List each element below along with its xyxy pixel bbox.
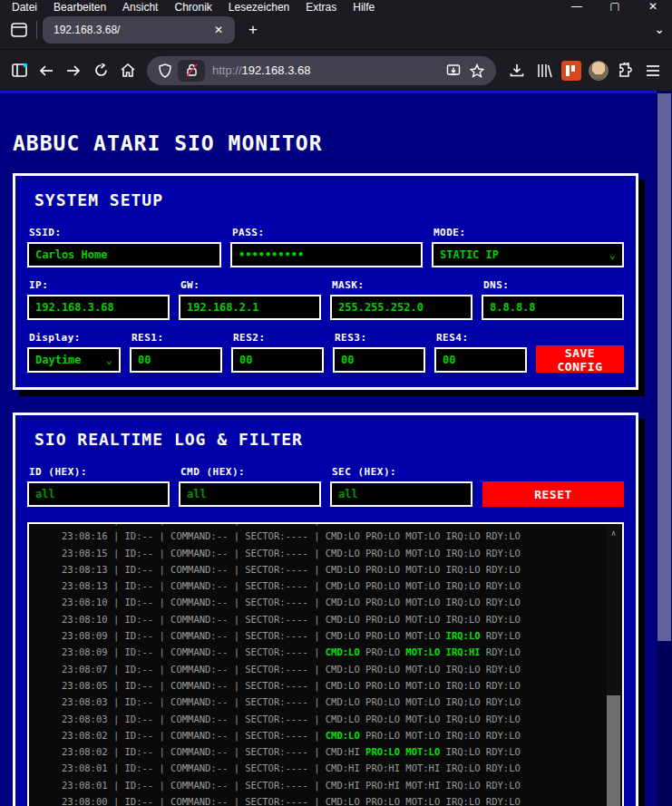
log-scrollbar-thumb[interactable]	[607, 695, 620, 806]
mask-input[interactable]	[330, 295, 472, 320]
chevron-down-icon: ⌄	[609, 248, 616, 261]
reload-icon[interactable]	[87, 57, 114, 84]
log-row: 23:08:01 | ID:-- | COMMAND:-- | SECTOR:-…	[62, 760, 622, 776]
filter-sec-label: SEC (HEX):	[332, 466, 472, 478]
forward-icon[interactable]	[60, 57, 87, 84]
log-row: 23:08:10 | ID:-- | COMMAND:-- | SECTOR:-…	[62, 611, 622, 627]
scroll-up-arrow-icon[interactable]: ∧	[607, 526, 620, 540]
tab-separator	[36, 21, 37, 39]
menu-bar: DateiBearbeitenAnsichtChronikLesezeichen…	[0, 0, 672, 11]
filter-cmd-input[interactable]	[179, 481, 321, 507]
profile-avatar[interactable]	[585, 57, 612, 84]
ssid-input[interactable]	[27, 242, 221, 267]
res4-input[interactable]	[434, 347, 527, 373]
log-row: 23:08:03 | ID:-- | COMMAND:-- | SECTOR:-…	[62, 694, 622, 710]
dns-input[interactable]	[482, 295, 624, 320]
mode-select-value: STATIC IP	[440, 248, 499, 261]
menu-item-lesezeichen[interactable]: Lesezeichen	[220, 1, 297, 11]
menu-hamburger-icon[interactable]	[639, 57, 667, 84]
log-row: 23:08:01 | ID:-- | COMMAND:-- | SECTOR:-…	[62, 777, 622, 793]
pass-input[interactable]	[230, 242, 423, 267]
log-row: 23:08:09 | ID:-- | COMMAND:-- | SECTOR:-…	[62, 644, 622, 660]
menu-item-bearbeiten[interactable]: Bearbeiten	[45, 1, 114, 11]
display-label: Display:	[29, 332, 121, 344]
maximize-button[interactable]: ▢	[596, 0, 634, 11]
tab-bar: 192.168.3.68/ ✕ + ⌄	[0, 11, 672, 50]
tab-active[interactable]: 192.168.3.68/ ✕	[43, 16, 235, 44]
reset-button[interactable]: RESET	[482, 481, 624, 507]
sidebar-icon[interactable]	[5, 57, 33, 84]
minimize-button[interactable]: —	[558, 0, 596, 11]
save-page-icon[interactable]	[442, 57, 465, 84]
page-title: ABBUC ATARI SIO MONITOR	[13, 131, 657, 155]
res2-input[interactable]	[231, 347, 324, 373]
browser-page-scrollbar[interactable]	[657, 91, 672, 806]
mask-label: MASK:	[332, 279, 472, 291]
filter-cmd-label: CMD (HEX):	[180, 466, 321, 478]
downloads-icon[interactable]	[503, 57, 531, 84]
back-icon[interactable]	[33, 57, 60, 84]
log-row: 23:08:00 | ID:-- | COMMAND:-- | SECTOR:-…	[62, 793, 622, 806]
log-row: 23:08:03 | ID:-- | COMMAND:-- | SECTOR:-…	[62, 711, 622, 727]
tab-close-icon[interactable]: ✕	[209, 21, 228, 39]
menu-item-extras[interactable]: Extras	[297, 1, 345, 11]
log-row: 23:08:02 | ID:-- | COMMAND:-- | SECTOR:-…	[62, 727, 622, 743]
extension-orange-icon[interactable]	[558, 57, 585, 84]
home-icon[interactable]	[114, 57, 141, 84]
sio-log-heading: SIO REALTIME LOG & FILTER	[34, 430, 624, 450]
res4-label: RES4:	[436, 332, 527, 344]
system-setup-heading: SYSTEM SETUP	[34, 190, 624, 210]
gw-label: GW:	[180, 279, 321, 291]
log-row: 23:08:07 | ID:-- | COMMAND:-- | SECTOR:-…	[62, 661, 622, 677]
url-bar[interactable]: http://192.168.3.68	[147, 56, 496, 85]
sio-log-viewer[interactable]: 23:08:16 | ID:-- | COMMAND:-- | SECTOR:-…	[27, 522, 624, 806]
site-permissions-chip[interactable]	[178, 60, 205, 82]
firefox-view-icon[interactable]	[5, 17, 33, 43]
log-row: 23:08:10 | ID:-- | COMMAND:-- | SECTOR:-…	[62, 594, 622, 610]
url-text: http://192.168.3.68	[212, 63, 442, 77]
tab-title: 192.168.3.68/	[54, 24, 209, 36]
log-row: 23:08:13 | ID:-- | COMMAND:-- | SECTOR:-…	[62, 578, 622, 594]
browser-page-scrollbar-thumb[interactable]	[657, 93, 671, 641]
ssid-label: SSID:	[29, 227, 221, 238]
sio-log-panel: SIO REALTIME LOG & FILTER ID (HEX): CMD …	[13, 413, 638, 806]
menu-item-ansicht[interactable]: Ansicht	[114, 1, 166, 11]
bookmark-star-icon[interactable]	[465, 57, 489, 84]
log-row: 23:08:05 | ID:-- | COMMAND:-- | SECTOR:-…	[62, 677, 622, 694]
list-tabs-chevron-icon[interactable]: ⌄	[654, 22, 665, 36]
log-rows: 23:08:16 | ID:-- | COMMAND:-- | SECTOR:-…	[29, 522, 622, 806]
filter-id-input[interactable]	[27, 481, 170, 507]
new-tab-button[interactable]: +	[240, 17, 266, 43]
close-button[interactable]: ✕	[634, 0, 672, 11]
menu-item-chronik[interactable]: Chronik	[166, 1, 219, 11]
res3-label: RES3:	[335, 332, 425, 344]
log-row: 23:08:16 | ID:-- | COMMAND:-- | SECTOR:-…	[62, 528, 622, 544]
browser-chrome: DateiBearbeitenAnsichtChronikLesezeichen…	[0, 0, 672, 91]
chevron-down-icon: ⌄	[106, 354, 112, 366]
window-controls: — ▢ ✕	[558, 0, 672, 11]
gw-input[interactable]	[179, 295, 321, 320]
system-setup-panel: SYSTEM SETUP SSID: PASS: MODE: STATIC IP…	[13, 173, 638, 390]
log-row: 23:08:15 | ID:-- | COMMAND:-- | SECTOR:-…	[62, 545, 622, 561]
ip-label: IP:	[29, 279, 170, 291]
dns-label: DNS:	[483, 279, 624, 291]
ip-input[interactable]	[27, 295, 170, 320]
library-icon[interactable]	[531, 57, 558, 84]
url-protocol: http://	[212, 63, 242, 77]
log-row: 23:08:13 | ID:-- | COMMAND:-- | SECTOR:-…	[62, 561, 622, 578]
mode-select[interactable]: STATIC IP ⌄	[432, 242, 624, 267]
filter-id-label: ID (HEX):	[29, 466, 170, 478]
log-scrollbar[interactable]: ∧	[607, 526, 620, 806]
res1-input[interactable]	[130, 347, 222, 373]
menu-item-datei[interactable]: Datei	[4, 1, 45, 11]
log-row: 23:08:02 | ID:-- | COMMAND:-- | SECTOR:-…	[62, 743, 622, 760]
res2-label: RES2:	[233, 332, 324, 344]
log-row: 23:08:09 | ID:-- | COMMAND:-- | SECTOR:-…	[62, 627, 622, 644]
extensions-puzzle-icon[interactable]	[612, 57, 639, 84]
display-select[interactable]: Daytime ⌄	[27, 347, 121, 373]
menu-item-hilfe[interactable]: Hilfe	[345, 1, 383, 11]
shield-icon[interactable]	[154, 57, 176, 84]
res3-input[interactable]	[333, 347, 425, 373]
save-config-button[interactable]: SAVE CONFIG	[536, 345, 624, 373]
filter-sec-input[interactable]	[330, 481, 472, 507]
